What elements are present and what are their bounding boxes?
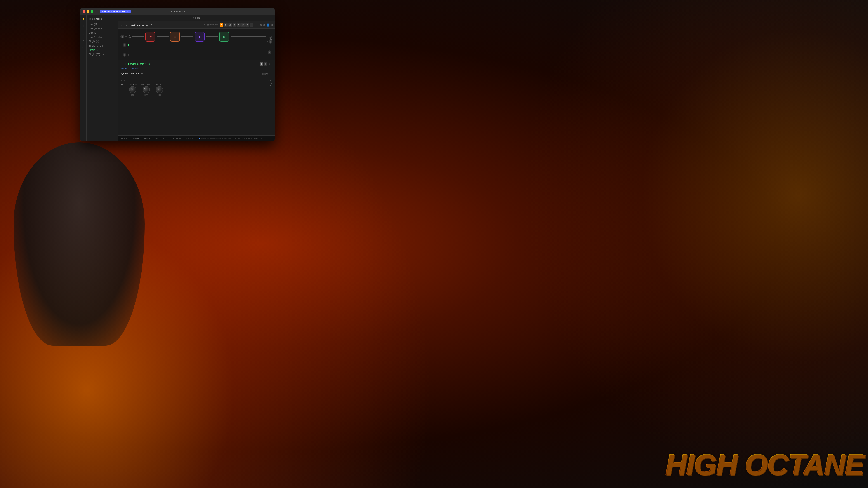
grid-view-icon[interactable]: ⊞ — [271, 24, 273, 27]
eq-icon: ≡ — [174, 35, 176, 38]
lowpass-section: LOW PASS OFF — [141, 84, 151, 96]
delay-section: DELAY 0.00 — [156, 84, 163, 96]
right-dot-1 — [267, 41, 268, 42]
letter-btn-a[interactable]: A — [220, 23, 223, 27]
chevron-down[interactable]: ∨ — [270, 79, 272, 82]
letter-btn-h[interactable]: H — [250, 23, 253, 27]
slot-2-button[interactable]: 2 — [264, 62, 267, 66]
settings-icon[interactable]: ⚙ — [263, 24, 266, 27]
menu-item-dual-m-lite[interactable]: Dual (M) Lite — [87, 26, 118, 31]
purple-icon: ♦ — [199, 35, 200, 38]
ir-controls-right: 1 2 ⏻ — [260, 62, 272, 66]
nav-back-button[interactable]: ‹ — [120, 23, 123, 27]
menu-item-single-m[interactable]: Single (M) — [87, 39, 118, 43]
title-bar: SUBMIT FEEDBACK/BUG Cortex Control — [80, 8, 275, 15]
main-content: GRID ‹ › 12A Q - Aerozepper* DIRECTORY A… — [118, 15, 275, 141]
letter-btn-f[interactable]: F — [241, 23, 245, 27]
chain-dot-2 — [128, 54, 129, 56]
effect-block-green[interactable]: ◈ — [219, 32, 229, 41]
delay-value: 0.00 — [158, 94, 161, 96]
sidebar-menu: IR LOADER Dual (M) Dual (M) Lite Dual (S… — [87, 15, 118, 141]
sidebar-icon-check[interactable]: ✓ — [81, 39, 86, 43]
feedback-button[interactable]: SUBMIT FEEDBACK/BUG — [100, 10, 131, 13]
add-chain-left[interactable]: + — [121, 35, 124, 38]
ir-name: QCR27-WHOLELOTTA — [121, 71, 262, 76]
letter-btn-g[interactable]: G — [246, 23, 249, 27]
person-silhouette — [13, 142, 145, 244]
conn-line-5 — [230, 36, 267, 37]
ir-panel: ⋮ IR Loader Single (ST) 1 2 ⏻ — [118, 60, 275, 135]
directory-label: DIRECTORY — [204, 24, 218, 26]
ir-panel-header: ⋮ IR Loader Single (ST) 1 2 ⏻ — [121, 62, 272, 66]
app-window: SUBMIT FEEDBACK/BUG Cortex Control ⚡ ⊞ ♫… — [80, 8, 275, 141]
grid-tab[interactable]: GRID — [190, 17, 203, 20]
add-row-2: + — [121, 52, 272, 58]
effect-block-eq[interactable]: ≡ — [170, 32, 180, 41]
tap-button[interactable]: TAP — [155, 137, 158, 139]
green-icon: ◈ — [223, 35, 225, 38]
controls-row: 0.0 HI PASS OFF LOW PASS OFF — [121, 84, 272, 96]
top-bar: ‹ › 12A Q - Aerozepper* DIRECTORY A B C … — [118, 22, 275, 29]
letter-btn-e[interactable]: E — [237, 23, 241, 27]
slash-indicator: ╱ — [270, 84, 272, 87]
level-value: 0.0 — [121, 84, 124, 86]
input-label: In1/2 — [128, 34, 131, 39]
gig-view-button[interactable]: GIG VIEW — [172, 137, 181, 139]
hipass-knob[interactable] — [129, 86, 136, 93]
fullscreen-button[interactable] — [91, 10, 93, 13]
drag-handle-icon: ⋮ — [121, 63, 124, 65]
user-icon[interactable]: 👤 — [266, 24, 270, 27]
effect-block-wave[interactable]: 〜 — [145, 32, 155, 41]
neural-dsp-logo-icon: ◉ — [199, 137, 200, 139]
menu-item-dual-st-lite[interactable]: Dual (ST) Lite — [87, 35, 118, 39]
lowpass-knob[interactable] — [143, 86, 150, 93]
effect-block-purple[interactable]: ♦ — [195, 32, 205, 41]
tuner-button[interactable]: TUNER — [121, 137, 128, 139]
add-button-row2[interactable]: + — [123, 53, 126, 57]
level-label: LEVEL — [121, 79, 127, 81]
sidebar-icon-tune[interactable]: ♫ — [81, 31, 86, 35]
conn-line-1 — [132, 36, 144, 37]
impulse-label: IMPULSE RESPONSE — [121, 67, 272, 69]
add-button-right2[interactable]: + — [268, 51, 271, 54]
menu-item-dual-m[interactable]: Dual (M) — [87, 22, 118, 26]
delay-knob[interactable] — [156, 86, 163, 93]
sidebar-menu-title: IR LOADER — [87, 17, 118, 22]
conn-line-4 — [206, 36, 218, 37]
letter-btn-b[interactable]: B — [224, 23, 228, 27]
menu-item-single-st-lite[interactable]: Single (ST) Lite — [87, 52, 118, 57]
sidebar-icon-home[interactable]: ⚡ — [81, 17, 86, 21]
menu-item-single-m-lite[interactable]: Single (M) Lite — [87, 43, 118, 48]
level-section: 0.0 — [121, 84, 124, 86]
close-button[interactable] — [83, 10, 85, 13]
chevron-up[interactable]: ∧ — [268, 79, 269, 82]
slot-1-button[interactable]: 1 — [260, 62, 263, 66]
tempo-value: 120BPM — [143, 137, 150, 139]
developer-label: DEVELOPED BY NEURAL DSP — [235, 138, 263, 139]
sidebar-icon-grid[interactable]: ⊞ — [81, 24, 86, 28]
window-title: Cortex Control — [169, 10, 186, 13]
signal-chain-area: + In1/2 〜 ≡ ♦ — [118, 29, 275, 60]
letter-btn-c[interactable]: C — [228, 23, 232, 27]
wave-icon: 〜 — [149, 35, 152, 39]
minimize-button[interactable] — [87, 10, 89, 13]
undo-icon[interactable]: ↺ — [256, 24, 259, 27]
sidebar-icons: ⚡ ⊞ ♫ ✓ 〜 — [80, 15, 87, 141]
active-dot-1 — [128, 44, 129, 46]
clear-button[interactable]: CLEAR — [262, 73, 269, 75]
power-button[interactable]: ⏻ — [269, 62, 272, 66]
menu-item-dual-st[interactable]: Dual (ST) — [87, 31, 118, 35]
preset-name: 12A Q - Aerozepper* — [129, 24, 202, 26]
add-button-row1[interactable]: + — [123, 43, 126, 47]
sidebar-icon-wave[interactable]: 〜 — [81, 46, 86, 50]
menu-item-single-st[interactable]: Single (ST) — [87, 48, 118, 52]
midi-button[interactable]: MIDI — [163, 137, 167, 139]
nav-forward-button[interactable]: › — [125, 23, 128, 27]
redo-icon[interactable]: ↻ — [260, 24, 262, 27]
hipass-label: HI PASS — [129, 84, 136, 86]
conn-line-3 — [181, 36, 193, 37]
add-button-right1[interactable]: + — [269, 40, 272, 43]
multi-out-label: MultiOut — [269, 36, 272, 40]
lowpass-label: LOW PASS — [141, 84, 151, 86]
letter-btn-d[interactable]: D — [232, 23, 236, 27]
